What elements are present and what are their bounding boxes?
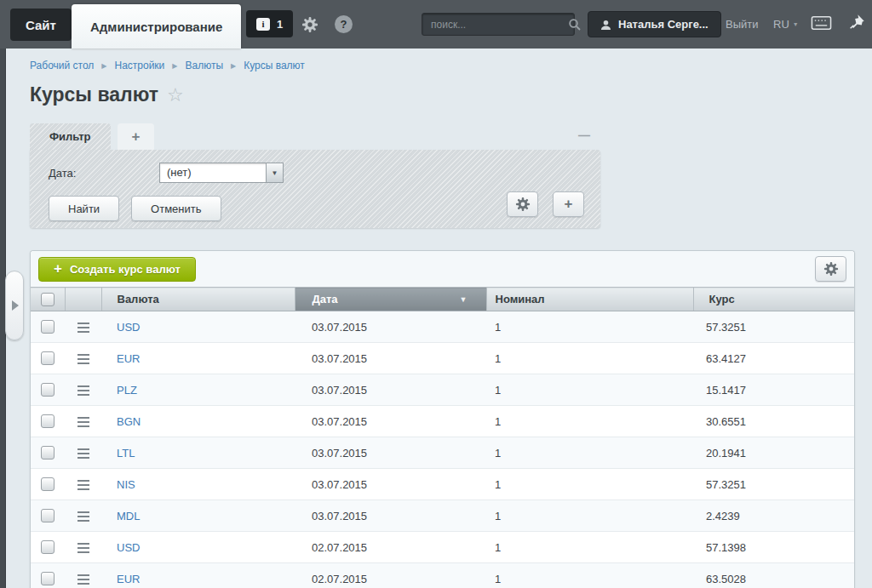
rate-nominal: 1 (486, 343, 693, 374)
currency-link[interactable]: USD (117, 321, 140, 334)
add-filter-field-button[interactable]: + (553, 191, 584, 217)
row-actions-menu-icon[interactable] (77, 480, 89, 490)
row-checkbox[interactable] (41, 446, 54, 460)
currency-link[interactable]: BGN (117, 415, 141, 428)
currency-link[interactable]: EUR (117, 573, 140, 585)
row-actions-menu-icon[interactable] (77, 543, 89, 553)
filter-tab[interactable]: Фильтр (30, 123, 111, 150)
favorite-star-icon[interactable]: ☆ (167, 86, 184, 105)
table-row: LTL 03.07.2015 1 20.1941 (31, 437, 854, 469)
column-header-currency[interactable]: Валюта (101, 288, 295, 311)
collapse-filter-icon[interactable]: — (578, 128, 589, 142)
chevron-right-icon (12, 300, 19, 311)
cancel-button[interactable]: Отменить (131, 196, 221, 221)
rate-nominal: 1 (486, 311, 693, 343)
rate-nominal: 1 (486, 500, 693, 532)
table-row: EUR 03.07.2015 1 63.4127 (31, 343, 854, 374)
rate-date: 03.07.2015 (295, 374, 486, 406)
tab-administration[interactable]: Администрирование (72, 4, 241, 49)
row-checkbox[interactable] (41, 509, 54, 522)
row-checkbox[interactable] (41, 351, 54, 365)
rate-nominal: 1 (486, 406, 693, 437)
column-header-date[interactable]: Дата ▼ (295, 288, 486, 311)
filter-panel: Дата: (нет) ▼ Найти Отменить (30, 150, 600, 228)
logout-link[interactable]: Выйти (726, 18, 759, 31)
column-header-date-label: Дата (313, 293, 338, 305)
currency-link[interactable]: LTL (117, 447, 135, 460)
pin-icon[interactable] (847, 12, 866, 32)
select-all-checkbox[interactable] (41, 293, 54, 306)
breadcrumb-arrow-icon: ▶ (172, 62, 177, 70)
create-rate-button[interactable]: + Создать курс валют (38, 257, 196, 282)
user-menu-button[interactable]: Наталья Серге... (588, 11, 721, 37)
row-checkbox[interactable] (41, 540, 54, 554)
rate-date: 02.07.2015 (295, 532, 486, 563)
rate-date: 02.07.2015 (295, 563, 486, 588)
rate-date: 03.07.2015 (295, 343, 486, 374)
grid-toolbar: + Создать курс валют (31, 251, 854, 287)
row-actions-menu-icon[interactable] (77, 448, 89, 459)
breadcrumb: Рабочий стол ▶ Настройки ▶ Валюты ▶ Курс… (30, 60, 855, 71)
row-checkbox[interactable] (41, 320, 54, 334)
currency-link[interactable]: EUR (117, 352, 140, 365)
row-checkbox[interactable] (41, 383, 54, 397)
sort-desc-icon: ▼ (460, 295, 468, 304)
row-actions-menu-icon[interactable] (77, 574, 89, 585)
hotkeys-keyboard-icon[interactable] (811, 14, 832, 32)
breadcrumb-settings[interactable]: Настройки (114, 60, 164, 71)
breadcrumb-arrow-icon: ▶ (231, 62, 236, 70)
add-filter-tab-button[interactable]: + (118, 123, 155, 150)
main-content: Рабочий стол ▶ Настройки ▶ Валюты ▶ Курс… (7, 49, 872, 588)
row-actions-menu-icon[interactable] (77, 323, 89, 333)
rate-nominal: 1 (486, 437, 693, 469)
rate-date: 03.07.2015 (295, 406, 486, 437)
table-row: BGN 03.07.2015 1 30.6551 (31, 406, 854, 437)
help-icon[interactable]: ? (335, 15, 353, 33)
breadcrumb-desktop[interactable]: Рабочий стол (30, 60, 94, 71)
breadcrumb-currency-rates[interactable]: Курсы валют (244, 60, 305, 71)
rates-grid-panel: + Создать курс валют (30, 250, 855, 588)
user-icon (600, 19, 611, 30)
rate-nominal: 1 (486, 374, 693, 406)
notifications-button[interactable]: i 1 (246, 10, 293, 37)
table-row: NIS 03.07.2015 1 57.3251 (31, 469, 854, 500)
find-button[interactable]: Найти (49, 196, 119, 221)
search-input[interactable] (422, 19, 568, 31)
search-icon[interactable] (568, 18, 582, 31)
column-header-rate[interactable]: Курс (693, 288, 854, 311)
row-checkbox[interactable] (41, 414, 54, 428)
currency-link[interactable]: PLZ (117, 384, 137, 397)
tab-site[interactable]: Сайт (10, 9, 72, 41)
date-filter-label: Дата: (49, 167, 159, 180)
row-checkbox[interactable] (41, 477, 54, 491)
row-actions-menu-icon[interactable] (77, 385, 89, 396)
date-filter-value: (нет) (160, 163, 266, 182)
row-actions-menu-icon[interactable] (77, 511, 89, 522)
rate-nominal: 1 (486, 532, 693, 563)
breadcrumb-currencies[interactable]: Валюты (185, 60, 223, 71)
currency-link[interactable]: USD (117, 541, 140, 554)
rate-value: 15.1417 (693, 374, 854, 406)
tab-site-label: Сайт (26, 18, 56, 32)
menu-expand-handle[interactable] (5, 271, 24, 340)
rate-value: 63.4127 (693, 343, 854, 374)
language-switcher[interactable]: RU ▼ (773, 18, 799, 31)
grid-settings-button[interactable] (815, 256, 846, 282)
filter-tab-label: Фильтр (49, 130, 91, 143)
user-name: Наталья Серге... (618, 18, 708, 31)
rate-value: 57.1398 (693, 532, 854, 563)
currency-link[interactable]: NIS (117, 478, 135, 491)
row-actions-menu-icon[interactable] (77, 417, 89, 427)
page-title: Курсы валют (30, 83, 158, 106)
rate-value: 63.5028 (693, 563, 854, 588)
column-header-nominal[interactable]: Номинал (486, 288, 693, 311)
currency-link[interactable]: MDL (117, 510, 140, 522)
table-row: USD 02.07.2015 1 57.1398 (31, 532, 854, 563)
row-checkbox[interactable] (41, 572, 54, 585)
date-filter-select[interactable]: (нет) ▼ (159, 163, 284, 183)
rate-date: 03.07.2015 (295, 500, 486, 532)
row-actions-menu-icon[interactable] (77, 354, 89, 364)
filter-settings-button[interactable] (507, 191, 538, 217)
select-all-header (31, 288, 65, 311)
settings-gear-icon[interactable] (301, 16, 318, 33)
